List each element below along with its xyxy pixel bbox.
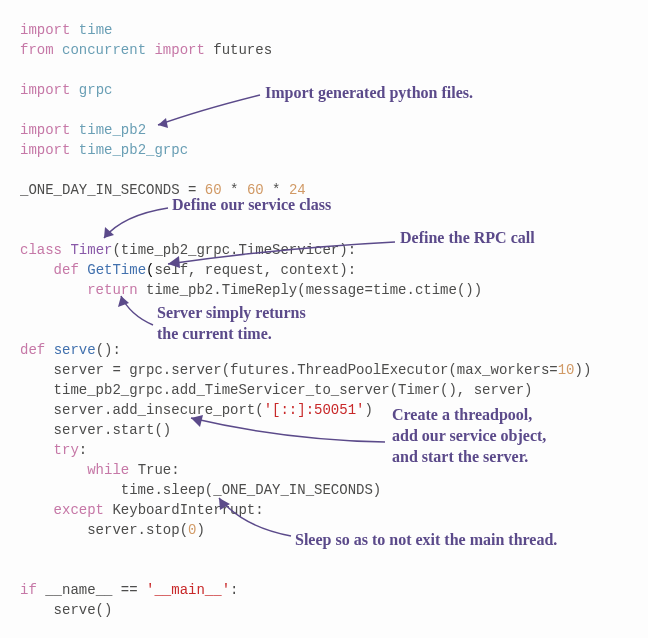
text: :: [230, 582, 238, 598]
text: :: [171, 462, 179, 478]
keyword: class: [20, 242, 62, 258]
operator: ==: [112, 582, 146, 598]
module: concurrent: [62, 42, 146, 58]
operator: *: [264, 182, 289, 198]
code-line: def serve():: [20, 340, 628, 360]
code-line: import time: [20, 20, 628, 40]
text: ): [196, 522, 204, 538]
code-block: import time from concurrent import futur…: [20, 20, 628, 620]
text: time_pb2.TimeReply(message=time.ctime()): [138, 282, 482, 298]
code-line: while True:: [20, 460, 628, 480]
code-line: time_pb2_grpc.add_TimeServicer_to_server…: [20, 380, 628, 400]
text: :: [255, 502, 263, 518]
code-line: server.start(): [20, 420, 628, 440]
number: 10: [558, 362, 575, 378]
keyword: import: [20, 22, 70, 38]
code-line: from concurrent import futures: [20, 40, 628, 60]
keyword: import: [20, 142, 70, 158]
dunder: __name__: [45, 582, 112, 598]
exception: KeyboardInterrupt: [112, 502, 255, 518]
module: time_pb2_grpc: [79, 142, 188, 158]
function-name: GetTime: [87, 262, 146, 278]
text: ): [364, 402, 372, 418]
code-line: except KeyboardInterrupt:: [20, 500, 628, 520]
true: True: [138, 462, 172, 478]
self: self: [154, 262, 188, 278]
text: server.add_insecure_port(: [20, 402, 264, 418]
text: (time_pb2_grpc.TimeServicer):: [112, 242, 356, 258]
code-line: import grpc: [20, 80, 628, 100]
keyword: def: [20, 342, 45, 358]
text: , request, context):: [188, 262, 356, 278]
string: '[::]:50051': [264, 402, 365, 418]
text: server.stop(: [20, 522, 188, 538]
keyword: from: [20, 42, 54, 58]
code-line: serve(): [20, 600, 628, 620]
keyword: import: [20, 122, 70, 138]
module: grpc: [79, 82, 113, 98]
number: 24: [289, 182, 306, 198]
code-line: return time_pb2.TimeReply(message=time.c…: [20, 280, 628, 300]
text: server = grpc.server(futures.ThreadPoolE…: [20, 362, 558, 378]
keyword: def: [54, 262, 79, 278]
text: serve(): [20, 602, 112, 618]
number: 60: [205, 182, 222, 198]
text: time_pb2_grpc.add_TimeServicer_to_server…: [20, 382, 532, 398]
blank-line: [20, 60, 628, 80]
keyword: import: [154, 42, 204, 58]
code-line: server.add_insecure_port('[::]:50051'): [20, 400, 628, 420]
blank-line: [20, 320, 628, 340]
module: time: [79, 22, 113, 38]
blank-line: [20, 160, 628, 180]
code-line: class Timer(time_pb2_grpc.TimeServicer):: [20, 240, 628, 260]
number: 60: [247, 182, 264, 198]
function-name: serve: [54, 342, 96, 358]
module: time_pb2: [79, 122, 146, 138]
code-line: server.stop(0): [20, 520, 628, 540]
text: time.sleep(_ONE_DAY_IN_SECONDS): [20, 482, 381, 498]
text: )): [575, 362, 592, 378]
blank-line: [20, 540, 628, 560]
code-line: if __name__ == '__main__':: [20, 580, 628, 600]
keyword: import: [20, 82, 70, 98]
text: :: [79, 442, 87, 458]
code-line: import time_pb2_grpc: [20, 140, 628, 160]
code-line: time.sleep(_ONE_DAY_IN_SECONDS): [20, 480, 628, 500]
blank-line: [20, 220, 628, 240]
code-line: import time_pb2: [20, 120, 628, 140]
blank-line: [20, 300, 628, 320]
keyword: try: [54, 442, 79, 458]
code-line: def GetTime(self, request, context):: [20, 260, 628, 280]
text: ():: [96, 342, 121, 358]
operator: *: [222, 182, 247, 198]
keyword: while: [87, 462, 129, 478]
text: server.start(): [20, 422, 171, 438]
code-line: try:: [20, 440, 628, 460]
blank-line: [20, 560, 628, 580]
code-line: _ONE_DAY_IN_SECONDS = 60 * 60 * 24: [20, 180, 628, 200]
code-line: server = grpc.server(futures.ThreadPoolE…: [20, 360, 628, 380]
keyword: except: [54, 502, 104, 518]
class-name: Timer: [70, 242, 112, 258]
blank-line: [20, 200, 628, 220]
identifier: futures: [213, 42, 272, 58]
string: '__main__': [146, 582, 230, 598]
blank-line: [20, 100, 628, 120]
keyword: return: [87, 282, 137, 298]
keyword: if: [20, 582, 37, 598]
assignment: _ONE_DAY_IN_SECONDS =: [20, 182, 205, 198]
